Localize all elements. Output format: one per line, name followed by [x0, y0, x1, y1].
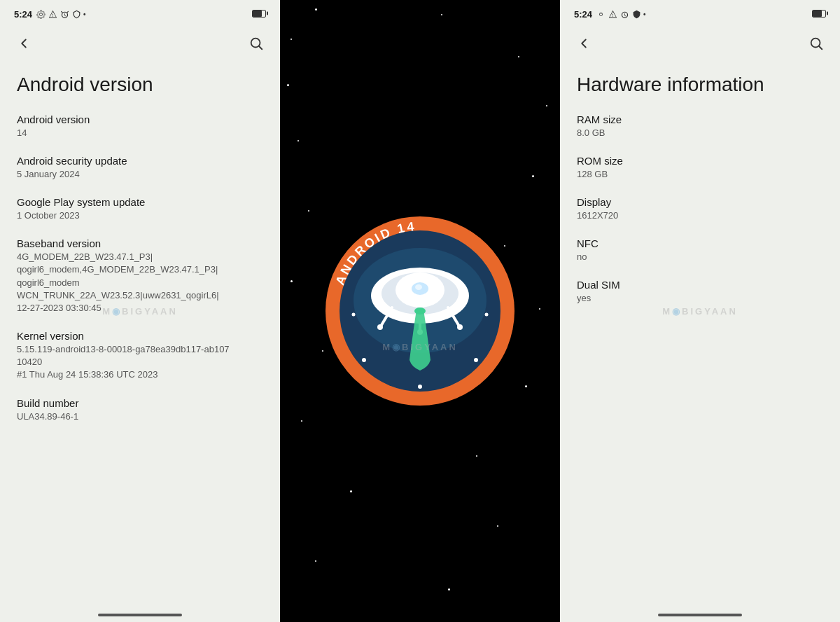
battery-indicator-right [812, 10, 826, 19]
label-dual-sim: Dual SIM [577, 279, 823, 291]
info-display: Display 1612X720 [577, 196, 823, 222]
value-build: ULA34.89-46-1 [17, 410, 263, 423]
star [350, 490, 352, 492]
shield-icon [71, 9, 81, 19]
svg-point-20 [474, 358, 478, 362]
label-rom: ROM size [577, 155, 823, 167]
left-panel: 5:24 [0, 0, 280, 622]
label-android-version: Android version [17, 113, 263, 125]
star [298, 140, 299, 141]
svg-point-17 [415, 284, 422, 290]
bottom-bar-right [560, 600, 840, 622]
star [525, 385, 527, 387]
middle-panel: ANDROID 14 M◉BIGYAAN [280, 0, 560, 622]
right-panel: 5:24 [560, 0, 840, 622]
top-nav-left [0, 25, 280, 62]
status-icons-left: • [36, 9, 86, 19]
home-indicator-right [658, 614, 742, 616]
star [532, 175, 534, 177]
svg-line-26 [819, 46, 822, 49]
value-baseband: 4G_MODEM_22B_W23.47.1_P3| qogirl6_modem,… [17, 251, 263, 315]
star [290, 39, 292, 40]
svg-point-14 [457, 324, 463, 330]
info-rom: ROM size 128 GB [577, 155, 823, 181]
gear-icon-right [596, 9, 606, 19]
android-14-badge: ANDROID 14 [322, 213, 518, 409]
info-nfc: NFC no [577, 237, 823, 263]
alarm-icon-right [620, 9, 629, 19]
label-play-update: Google Play system update [17, 196, 263, 208]
info-dual-sim: Dual SIM yes [577, 279, 823, 305]
star [441, 14, 442, 15]
star [448, 588, 450, 590]
svg-point-12 [377, 324, 383, 330]
value-play-update: 1 October 2023 [17, 209, 263, 222]
star [497, 525, 498, 527]
right-page-title: Hardware information [577, 73, 823, 97]
value-rom: 128 GB [577, 168, 823, 181]
label-nfc: NFC [577, 237, 823, 249]
value-display: 1612X720 [577, 209, 823, 222]
info-kernel: Kernel version 5.15.119-android13-8-0001… [17, 330, 263, 382]
back-button-left[interactable] [11, 31, 36, 56]
search-button-left[interactable] [244, 31, 269, 56]
info-play-update: Google Play system update 1 October 2023 [17, 196, 263, 222]
right-content: Hardware information RAM size 8.0 GB ROM… [560, 62, 840, 600]
back-button-right[interactable] [571, 31, 596, 56]
star [308, 210, 309, 212]
shield-icon-right [631, 9, 641, 19]
battery-indicator-left [252, 10, 266, 19]
info-baseband: Baseband version 4G_MODEM_22B_W23.47.1_P… [17, 237, 263, 315]
svg-point-22 [352, 313, 356, 317]
info-android-version: Android version 14 [17, 113, 263, 139]
value-nfc: no [577, 251, 823, 263]
label-baseband: Baseband version [17, 237, 263, 249]
alarm-icon [59, 9, 69, 19]
gear-icon [36, 9, 46, 19]
star [476, 455, 477, 457]
svg-point-15 [414, 307, 426, 315]
value-dual-sim: yes [577, 292, 823, 305]
svg-point-19 [362, 358, 366, 362]
svg-point-23 [485, 313, 489, 317]
left-page-title: Android version [17, 73, 263, 97]
label-security-update: Android security update [17, 155, 263, 167]
info-security-update: Android security update 5 January 2024 [17, 155, 263, 181]
status-time-right: 5:24 [574, 9, 592, 20]
left-content: Android version Android version 14 Andro… [0, 62, 280, 600]
star [290, 280, 293, 282]
value-security-update: 5 January 2024 [17, 168, 263, 181]
svg-point-1 [251, 39, 260, 48]
value-kernel: 5.15.119-android13-8-00018-ga78ea39db117… [17, 343, 263, 382]
star [315, 560, 316, 562]
status-bar-left: 5:24 [0, 0, 280, 25]
info-build: Build number ULA34.89-46-1 [17, 397, 263, 423]
star [315, 8, 317, 11]
svg-line-2 [259, 46, 262, 49]
warning-icon-right [608, 9, 617, 19]
info-ram: RAM size 8.0 GB [577, 113, 823, 139]
label-kernel: Kernel version [17, 330, 263, 342]
dot-icon: • [83, 11, 86, 18]
svg-point-25 [811, 39, 820, 48]
star [546, 105, 547, 106]
star [301, 420, 302, 422]
status-bar-right: 5:24 [560, 0, 840, 25]
bottom-bar-left [0, 600, 280, 622]
warning-icon [48, 9, 57, 19]
label-display: Display [577, 196, 823, 208]
search-button-right[interactable] [804, 31, 829, 56]
status-icons-right: • [596, 9, 646, 19]
top-nav-right [560, 25, 840, 62]
label-build: Build number [17, 397, 263, 409]
star [287, 84, 289, 86]
value-android-version: 14 [17, 127, 263, 139]
value-ram: 8.0 GB [577, 127, 823, 139]
status-time-left: 5:24 [14, 9, 32, 20]
svg-point-21 [418, 385, 422, 389]
home-indicator-left [98, 614, 182, 616]
dot-icon-right: • [643, 11, 646, 18]
label-ram: RAM size [577, 113, 823, 125]
star [518, 56, 519, 57]
star [539, 308, 540, 310]
